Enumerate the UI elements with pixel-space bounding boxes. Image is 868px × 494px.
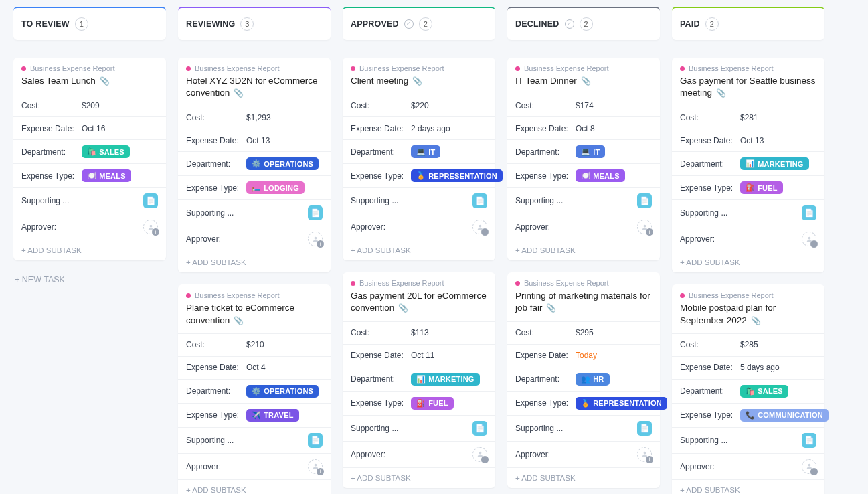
task-card[interactable]: Business Expense ReportGas payment 20L f…: [343, 272, 495, 487]
field-label: Approver:: [186, 234, 246, 244]
document-icon[interactable]: 📄: [637, 193, 652, 208]
document-icon[interactable]: 📄: [308, 433, 323, 448]
field-row-expense_date: Expense Date:5 days ago: [672, 357, 824, 380]
column-title: APPROVED: [351, 19, 399, 29]
tag-it[interactable]: 💻IT: [576, 145, 605, 158]
tag-emoji: 🏅: [581, 399, 590, 408]
tag-label: REPRESENTATION: [428, 172, 497, 180]
project-row: Business Expense Report: [680, 291, 816, 299]
column-header[interactable]: REVIEWING3: [178, 7, 331, 40]
task-card[interactable]: Business Expense ReportHotel XYZ 3D2N fo…: [178, 58, 331, 272]
field-row-supporting: Supporting ...📄: [178, 428, 331, 454]
task-card[interactable]: Business Expense ReportSales Team Lunch …: [13, 58, 166, 260]
field-label: Supporting ...: [351, 424, 411, 433]
add-subtask-button[interactable]: + ADD SUBTASK: [178, 480, 331, 494]
task-card[interactable]: Business Expense ReportIT Team Dinner 📎C…: [507, 58, 660, 260]
field-value: Oct 13: [740, 136, 764, 145]
tag-marketing[interactable]: 📊MARKETING: [411, 373, 480, 386]
tag-fuel[interactable]: ⛽FUEL: [740, 181, 783, 194]
tag-operations[interactable]: ⚙️OPERATIONS: [246, 157, 319, 170]
document-icon[interactable]: 📄: [472, 421, 487, 436]
tag-communication[interactable]: 📞COMMUNICATION: [740, 409, 829, 422]
column-declined: DECLINED✓2Business Expense ReportIT Team…: [507, 7, 660, 494]
task-title: Client meeting 📎: [351, 75, 487, 87]
tag-marketing[interactable]: 📊MARKETING: [740, 157, 809, 170]
tag-emoji: 🍽️: [581, 171, 590, 180]
tag-label: FUEL: [428, 399, 448, 407]
tag-representation[interactable]: 🏅REPRESENTATION: [411, 169, 503, 182]
document-icon[interactable]: 📄: [143, 193, 158, 208]
field-row-expense_date: Expense Date:Oct 11: [343, 345, 495, 367]
document-icon[interactable]: 📄: [308, 205, 323, 220]
tag-lodging[interactable]: 🛏️LODGING: [246, 181, 305, 194]
column-approved: APPROVED✓2Business Expense ReportClient …: [343, 7, 495, 494]
tag-emoji: ⚙️: [252, 159, 261, 168]
tag-travel[interactable]: ✈️TRAVEL: [246, 409, 299, 422]
add-subtask-button[interactable]: + ADD SUBTASK: [343, 240, 495, 260]
field-value: $281: [740, 113, 758, 122]
add-approver-avatar[interactable]: [472, 447, 487, 462]
task-card[interactable]: Business Expense ReportPlane ticket to e…: [178, 284, 331, 494]
task-card[interactable]: Business Expense ReportGas payment for S…: [672, 58, 824, 272]
add-subtask-button[interactable]: + ADD SUBTASK: [672, 252, 824, 272]
tag-meals[interactable]: 🍽️MEALS: [576, 169, 625, 182]
document-icon[interactable]: 📄: [637, 421, 652, 436]
tag-label: IT: [593, 148, 600, 156]
add-subtask-button[interactable]: + ADD SUBTASK: [343, 468, 495, 488]
field-label: Department:: [351, 374, 411, 384]
task-card[interactable]: Business Expense ReportPrinting of marke…: [507, 272, 660, 487]
new-task-button[interactable]: + NEW TASK: [13, 272, 166, 287]
add-subtask-button[interactable]: + ADD SUBTASK: [507, 240, 660, 260]
tag-operations[interactable]: ⚙️OPERATIONS: [246, 385, 319, 398]
add-subtask-button[interactable]: + ADD SUBTASK: [178, 252, 331, 272]
field-row-approver: Approver:: [343, 442, 495, 468]
tag-emoji: 📞: [746, 411, 755, 420]
field-label: Expense Type:: [21, 171, 82, 181]
tag-sales[interactable]: 🛍️SALES: [82, 145, 130, 158]
add-approver-avatar[interactable]: [308, 232, 323, 246]
column-header[interactable]: APPROVED✓2: [343, 7, 495, 40]
field-row-expense_type: Expense Type:🏅REPRESENTATION: [507, 392, 660, 416]
project-name: Business Expense Report: [30, 64, 115, 72]
tag-emoji: 🛍️: [87, 147, 96, 156]
field-row-approver: Approver:: [672, 454, 824, 480]
document-icon[interactable]: 📄: [802, 205, 816, 220]
tag-hr[interactable]: 👥HR: [576, 373, 610, 386]
add-approver-avatar[interactable]: [637, 220, 652, 234]
field-value: ⚙️OPERATIONS: [246, 385, 319, 398]
task-card[interactable]: Business Expense ReportMobile postpaid p…: [672, 284, 824, 494]
add-approver-avatar[interactable]: [802, 232, 816, 246]
field-label: Expense Type:: [351, 398, 411, 408]
document-icon[interactable]: 📄: [472, 193, 487, 208]
column-header[interactable]: PAID2: [672, 7, 824, 40]
add-subtask-button[interactable]: + ADD SUBTASK: [507, 468, 660, 488]
field-value: $210: [246, 340, 264, 349]
add-subtask-button[interactable]: + ADD SUBTASK: [672, 480, 824, 494]
tag-fuel[interactable]: ⛽FUEL: [411, 397, 454, 410]
column-header[interactable]: DECLINED✓2: [507, 7, 660, 40]
column-title: DECLINED: [515, 19, 559, 29]
tag-sales[interactable]: 🛍️SALES: [740, 385, 788, 398]
document-icon[interactable]: 📄: [802, 433, 816, 448]
field-label: Approver:: [21, 222, 82, 232]
add-approver-avatar[interactable]: [143, 220, 158, 234]
add-approver-avatar[interactable]: [802, 459, 816, 474]
project-dot-icon: [680, 293, 685, 298]
tag-meals[interactable]: 🍽️MEALS: [82, 169, 131, 182]
card-header: Business Expense ReportMobile postpaid p…: [672, 284, 824, 333]
field-row-department: Department:🛍️SALES: [13, 140, 166, 164]
field-row-cost: Cost:$295: [507, 322, 660, 345]
column-header[interactable]: TO REVIEW1: [13, 7, 166, 40]
task-card[interactable]: Business Expense ReportClient meeting 📎C…: [343, 58, 495, 260]
field-label: Department:: [680, 386, 740, 396]
add-subtask-button[interactable]: + ADD SUBTASK: [13, 240, 166, 260]
add-approver-avatar[interactable]: [637, 447, 652, 462]
tag-representation[interactable]: 🏅REPRESENTATION: [576, 397, 667, 410]
add-approver-avatar[interactable]: [472, 220, 487, 234]
field-value: 🏅REPRESENTATION: [411, 169, 503, 182]
field-row-expense_type: Expense Type:⛽FUEL: [343, 392, 495, 416]
tag-it[interactable]: 💻IT: [411, 145, 440, 158]
paperclip-icon: 📎: [751, 316, 761, 325]
field-row-department: Department:👥HR: [507, 367, 660, 392]
add-approver-avatar[interactable]: [308, 459, 323, 474]
